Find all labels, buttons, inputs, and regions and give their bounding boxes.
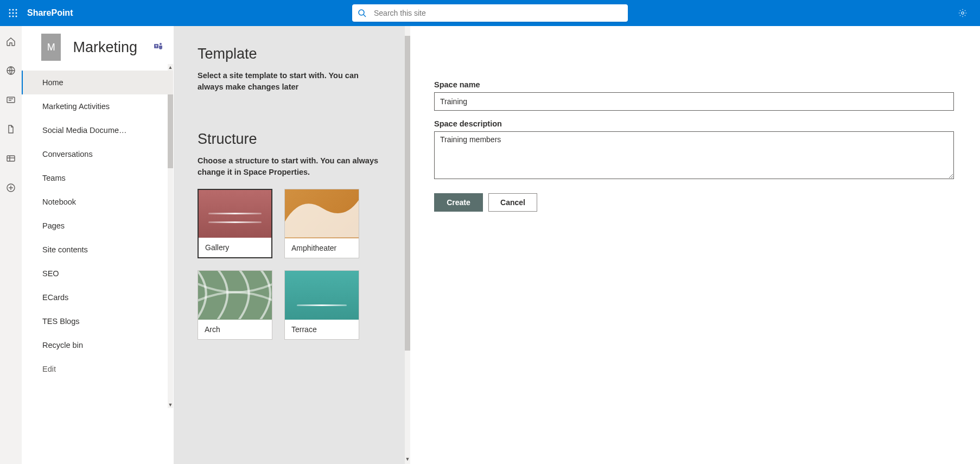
svg-rect-13 <box>7 97 15 103</box>
site-header: M Marketing T <box>22 34 173 71</box>
list-icon <box>6 154 16 163</box>
structure-description: Choose a structure to start with. You ca… <box>198 155 382 178</box>
site-tile[interactable]: M <box>41 34 61 61</box>
svg-point-11 <box>962 12 964 15</box>
nav-item-conversations[interactable]: Conversations <box>22 142 173 166</box>
nav-scroll-up[interactable]: ▲ <box>168 64 173 71</box>
globe-icon <box>6 66 16 75</box>
structure-card-gallery[interactable]: Gallery <box>198 189 272 258</box>
global-nav-rail <box>0 26 22 464</box>
svg-point-0 <box>9 9 11 11</box>
app-launcher-button[interactable] <box>0 0 26 26</box>
space-description-input[interactable] <box>434 131 954 179</box>
nav-item-tes-blogs[interactable]: TES Blogs <box>22 309 173 333</box>
svg-point-1 <box>12 9 14 11</box>
nav-item-site-contents[interactable]: Site contents <box>22 238 173 262</box>
svg-point-3 <box>9 12 11 14</box>
file-icon <box>6 124 16 134</box>
structure-card-amphitheater[interactable]: Amphitheater <box>284 189 359 258</box>
svg-point-2 <box>16 9 17 11</box>
panel-scroll-down[interactable]: ▼ <box>405 455 410 463</box>
structure-thumb-arch <box>198 271 272 320</box>
rail-news[interactable] <box>5 94 16 105</box>
template-description: Select a site template to start with. Yo… <box>198 70 366 93</box>
svg-point-7 <box>12 16 14 17</box>
rail-global[interactable] <box>5 65 16 76</box>
structure-heading: Structure <box>198 131 391 148</box>
svg-point-4 <box>12 12 14 14</box>
brand-label[interactable]: SharePoint <box>27 8 73 18</box>
gear-icon <box>958 8 968 18</box>
form-panel: Space name Space description Create Canc… <box>410 26 980 464</box>
nav-item-seo[interactable]: SEO <box>22 262 173 285</box>
news-icon <box>6 95 16 105</box>
svg-text:T: T <box>155 45 157 48</box>
template-heading: Template <box>198 46 391 62</box>
nav-scroll-down[interactable]: ▼ <box>168 402 173 408</box>
svg-point-5 <box>16 12 17 14</box>
form-actions: Create Cancel <box>434 193 954 212</box>
nav-item-notebook[interactable]: Notebook <box>22 190 173 214</box>
search-icon <box>358 9 366 17</box>
structure-label: Terrace <box>285 320 359 339</box>
svg-point-8 <box>16 16 17 17</box>
nav-item-teams[interactable]: Teams <box>22 166 173 190</box>
structure-card-arch[interactable]: Arch <box>198 270 272 340</box>
nav-item-edit[interactable]: Edit <box>22 357 173 381</box>
site-nav: ▲ ▼ HomeMarketing ActivitiesSocial Media… <box>22 71 173 381</box>
home-icon <box>6 36 16 46</box>
space-name-input[interactable] <box>434 92 954 111</box>
settings-button[interactable] <box>950 0 976 26</box>
structure-label: Gallery <box>199 238 271 257</box>
space-description-label: Space description <box>434 119 954 128</box>
plus-circle-icon <box>6 183 16 193</box>
site-sidebar: M Marketing T ▲ ▼ HomeMarketing Activiti… <box>22 26 174 464</box>
svg-point-24 <box>160 43 162 45</box>
search-input[interactable] <box>374 9 622 17</box>
suite-header: SharePoint <box>0 0 980 26</box>
svg-line-10 <box>364 15 366 17</box>
rail-lists[interactable] <box>5 153 16 164</box>
nav-item-social-media-docume[interactable]: Social Media Docume… <box>22 118 173 142</box>
nav-item-marketing-activities[interactable]: Marketing Activities <box>22 94 173 118</box>
structure-thumb-terrace <box>285 271 359 320</box>
nav-item-home[interactable]: Home <box>22 71 173 94</box>
create-button[interactable]: Create <box>434 193 483 212</box>
structure-cards: GalleryAmphitheaterArchTerrace <box>198 189 391 340</box>
structure-thumb-amphitheater <box>285 189 359 238</box>
panel-scrollbar-track[interactable] <box>405 26 410 464</box>
teams-icon: T <box>154 41 163 51</box>
site-title[interactable]: Marketing <box>73 39 137 56</box>
structure-thumb-gallery <box>199 190 271 238</box>
rail-home[interactable] <box>5 36 16 47</box>
teams-link[interactable]: T <box>154 41 163 53</box>
nav-item-recycle-bin[interactable]: Recycle bin <box>22 333 173 357</box>
structure-label: Amphitheater <box>285 238 359 258</box>
cancel-button[interactable]: Cancel <box>488 193 537 212</box>
waffle-icon <box>9 9 17 17</box>
rail-create[interactable] <box>5 182 16 193</box>
panel-scrollbar-thumb[interactable] <box>405 36 410 351</box>
space-name-label: Space name <box>434 80 954 89</box>
structure-card-terrace[interactable]: Terrace <box>284 270 359 340</box>
svg-rect-16 <box>7 156 15 161</box>
structure-label: Arch <box>198 320 272 339</box>
rail-files[interactable] <box>5 124 16 135</box>
svg-point-9 <box>359 10 364 15</box>
nav-item-ecards[interactable]: ECards <box>22 285 173 309</box>
search-box[interactable] <box>352 4 628 22</box>
template-panel: ▲ ▼ Template Select a site template to s… <box>174 26 410 464</box>
nav-item-pages[interactable]: Pages <box>22 214 173 238</box>
svg-point-6 <box>9 16 11 17</box>
